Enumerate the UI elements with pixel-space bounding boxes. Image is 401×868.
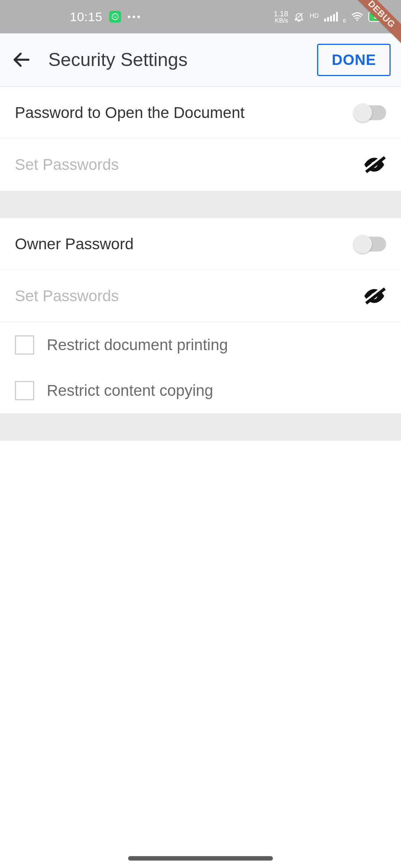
status-bar: 10:15 1.18 KB/s HD 6 89 DEBUG xyxy=(0,0,401,33)
owner-password-visibility-toggle[interactable] xyxy=(362,284,386,308)
signal-subscript: 6 xyxy=(343,17,346,24)
statusbar-left: 10:15 xyxy=(70,10,140,24)
owner-password-label: Owner Password xyxy=(15,235,355,253)
owner-password-toggle[interactable] xyxy=(355,237,386,251)
svg-point-0 xyxy=(112,14,118,20)
open-password-input[interactable] xyxy=(15,156,362,174)
wifi-icon xyxy=(351,11,363,23)
section-gap xyxy=(0,191,401,218)
owner-password-input[interactable] xyxy=(15,287,362,305)
eye-off-icon xyxy=(362,153,386,177)
row-open-password-input xyxy=(0,139,401,191)
open-password-label: Password to Open the Document xyxy=(15,104,355,122)
restrict-copying-checkbox[interactable] xyxy=(15,381,34,400)
eye-off-icon xyxy=(362,284,386,308)
more-dots-icon xyxy=(128,16,140,18)
section-gap-bottom xyxy=(0,413,401,441)
row-owner-password-toggle: Owner Password xyxy=(0,218,401,270)
signal-icon xyxy=(324,12,338,22)
network-speed: 1.18 KB/s xyxy=(274,10,288,24)
row-restrict-printing[interactable]: Restrict document printing xyxy=(0,322,401,368)
restrict-printing-label: Restrict document printing xyxy=(47,336,228,354)
arrow-left-icon xyxy=(11,49,32,70)
page-title: Security Settings xyxy=(48,49,301,70)
svg-point-2 xyxy=(356,19,358,21)
restrict-copying-label: Restrict content copying xyxy=(47,382,213,400)
app-bar: Security Settings DONE xyxy=(0,33,401,87)
restrict-printing-checkbox[interactable] xyxy=(15,335,34,355)
notifications-muted-icon xyxy=(293,11,304,22)
hd-indicator: HD xyxy=(310,12,319,20)
section-owner-password: Owner Password Restrict document printin… xyxy=(0,218,401,413)
done-button[interactable]: DONE xyxy=(317,44,391,76)
section-open-password: Password to Open the Document xyxy=(0,87,401,191)
row-restrict-copying[interactable]: Restrict content copying xyxy=(0,368,401,413)
clock-time: 10:15 xyxy=(70,10,102,24)
whatsapp-icon xyxy=(109,11,121,23)
open-password-toggle[interactable] xyxy=(355,105,386,120)
back-button[interactable] xyxy=(10,49,33,71)
home-indicator[interactable] xyxy=(128,856,273,861)
open-password-visibility-toggle[interactable] xyxy=(362,153,386,177)
row-owner-password-input xyxy=(0,270,401,322)
row-open-password-toggle: Password to Open the Document xyxy=(0,87,401,139)
